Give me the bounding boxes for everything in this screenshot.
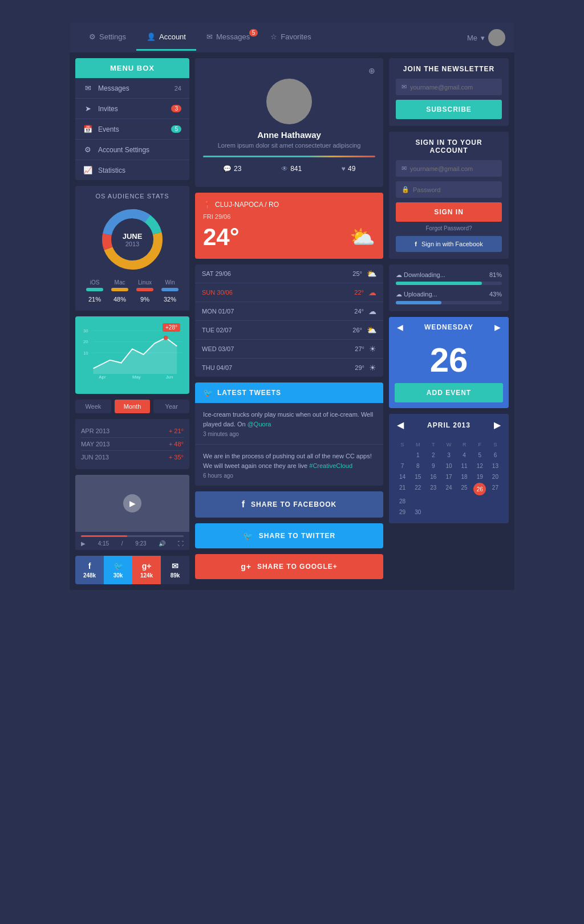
video-progress-bar[interactable] [81, 535, 184, 537]
signin-button[interactable]: SIGN IN [396, 202, 502, 222]
weather-location-text: CLUJ-NAPOCA / RO [215, 201, 279, 209]
mini-cal-day-6[interactable]: 6 [488, 450, 503, 461]
weather-thu-date: THU 04/07 [202, 364, 242, 371]
weather-forecast-list: SAT 29/06 25° ⛅ SUN 30/06 22° ☁ MON 01/0… [195, 264, 383, 377]
profile-avatar [266, 79, 312, 124]
weather-main-card: 📍 CLUJ-NAPOCA / RO FRI 29/06 24° ⛅ [195, 193, 383, 259]
add-event-button[interactable]: ADD EVENT [395, 383, 503, 402]
mini-cal-day-5[interactable]: 5 [472, 450, 488, 461]
mini-cal-day-1[interactable]: 1 [410, 450, 425, 461]
year-button[interactable]: Year [153, 400, 189, 413]
svg-marker-11 [94, 338, 177, 375]
download-label: Downloading... [404, 271, 445, 278]
nav-messages[interactable]: ✉ Messages 5 [196, 25, 260, 51]
month-button[interactable]: Month [115, 400, 151, 413]
mini-cal-day-11[interactable]: 11 [457, 461, 472, 471]
mini-cal-day-empty3 [425, 496, 441, 507]
subscribe-button[interactable]: SUBSCRIBE [396, 100, 502, 119]
mini-cal-prev-button[interactable]: ◀ [397, 420, 404, 430]
fullscreen-icon[interactable]: ⛶ [178, 540, 184, 547]
signin-title: SIGN IN TO YOUR ACCOUNT [396, 139, 502, 154]
os-linux-bar [136, 288, 153, 291]
mini-cal-grid: S M T W R F S 1 2 3 4 [389, 436, 509, 523]
mini-cal-day-20[interactable]: 20 [488, 471, 503, 482]
week-button[interactable]: Week [75, 400, 111, 413]
facebook-share-icon: f [242, 499, 245, 510]
mini-cal-day-16[interactable]: 16 [425, 471, 441, 482]
mini-cal-day-empty2 [410, 496, 425, 507]
mini-cal-day-28[interactable]: 28 [395, 496, 410, 507]
tweet-1-link[interactable]: @Quora [248, 421, 271, 428]
weather-wed-date: WED 03/07 [202, 345, 242, 352]
mini-cal-day-3[interactable]: 3 [441, 450, 456, 461]
tweet-item-2: We are in the process of pushing out all… [195, 445, 383, 486]
play-button[interactable]: ▶ [123, 494, 141, 512]
newsletter-email-input[interactable] [410, 84, 496, 91]
nav-account[interactable]: 👤 Account [136, 25, 196, 51]
statistics-icon: 📈 [83, 166, 92, 174]
volume-icon[interactable]: 🔊 [159, 540, 165, 547]
menu-item-statistics[interactable]: 📈 Statistics [75, 160, 189, 180]
newsletter-title: JOIN THE NEWSLETTER [396, 65, 502, 73]
calendar-next-button[interactable]: ▶ [494, 323, 501, 332]
mini-cal-day-24[interactable]: 24 [441, 482, 456, 496]
share-facebook-button[interactable]: f SHARE TO FACEBOOK [195, 491, 383, 518]
mini-cal-day-23[interactable]: 23 [425, 482, 441, 496]
mini-cal-day-26-today[interactable]: 26 [473, 483, 486, 495]
mini-cal-next-button[interactable]: ▶ [494, 420, 501, 430]
facebook-small-button[interactable]: f 248k [75, 556, 104, 584]
email-small-button[interactable]: ✉ 89k [161, 556, 189, 584]
mini-cal-header-s1: S [395, 439, 410, 450]
profile-options-icon[interactable]: ⊕ [203, 66, 375, 75]
googleplus-small-button[interactable]: g+ 124k [132, 556, 161, 584]
mini-cal-day-17[interactable]: 17 [441, 471, 456, 482]
tweet-2-link[interactable]: #CreativeCloud [309, 462, 352, 469]
nav-settings[interactable]: ⚙ Settings [79, 25, 136, 51]
menu-item-invites[interactable]: ➤ Invites 3 [75, 99, 189, 119]
calendar-prev-button[interactable]: ◀ [397, 323, 403, 332]
mini-cal-day-19[interactable]: 19 [472, 471, 488, 482]
nav-favorites-label: Favorites [281, 32, 311, 41]
mini-cal-day-10[interactable]: 10 [441, 461, 456, 471]
mini-cal-day-21[interactable]: 21 [395, 482, 410, 496]
mini-cal-day-8[interactable]: 8 [410, 461, 425, 471]
share-twitter-button[interactable]: 🐦 SHARE TO TWITTER [195, 523, 383, 548]
os-ios-pct: 21% [88, 296, 101, 303]
signin-password-input[interactable] [413, 186, 496, 193]
forgot-password-link[interactable]: Forgot Password? [396, 225, 502, 231]
mini-cal-day-9[interactable]: 9 [425, 461, 441, 471]
facebook-signin-button[interactable]: f Sign in with Facebook [396, 236, 502, 252]
settings-icon: ⚙ [89, 32, 96, 41]
calendar-big-box: ◀ WEDNESDAY ▶ 26 ADD EVENT [389, 317, 509, 408]
mini-cal-day-29[interactable]: 29 [395, 507, 410, 518]
mini-cal-day-18[interactable]: 18 [457, 471, 472, 482]
upload-label: Uploading... [404, 291, 437, 298]
mini-cal-day-14[interactable]: 14 [395, 471, 410, 482]
mini-cal-day-12[interactable]: 12 [472, 461, 488, 471]
profile-description: Lorem ipsum dolor sit amet consectetuer … [203, 142, 375, 149]
menu-item-events[interactable]: 📅 Events 5 [75, 119, 189, 140]
weather-temperature: 24° [203, 223, 240, 251]
mini-cal-day-22[interactable]: 22 [410, 482, 425, 496]
mini-cal-day-27[interactable]: 27 [488, 482, 503, 496]
mini-cal-day-30[interactable]: 30 [410, 507, 425, 518]
mini-cal-day-7[interactable]: 7 [395, 461, 410, 471]
googleplus-small-icon: g+ [135, 561, 159, 571]
signin-email-input[interactable] [410, 165, 496, 172]
nav-account-label: Account [159, 32, 186, 41]
twitter-small-button[interactable]: 🐦 30k [104, 556, 132, 584]
share-googleplus-button[interactable]: g+ SHARE TO GOOGLE+ [195, 554, 383, 579]
mini-cal-day-15[interactable]: 15 [410, 471, 425, 482]
avatar [488, 29, 505, 46]
mini-cal-day-2[interactable]: 2 [425, 450, 441, 461]
mini-cal-day-4[interactable]: 4 [457, 450, 472, 461]
profile-card: ⊕ Anne Hathaway Lorem ipsum dolor sit am… [195, 58, 383, 187]
menu-item-messages[interactable]: ✉ Messages 24 [75, 78, 189, 99]
nav-me[interactable]: Me ▾ [467, 29, 505, 46]
stats-jun-val: + 35° [169, 454, 184, 461]
menu-item-account-settings[interactable]: ⚙ Account Settings [75, 140, 189, 160]
play-icon-small[interactable]: ▶ [81, 540, 86, 547]
mini-cal-day-13[interactable]: 13 [488, 461, 503, 471]
mini-cal-day-25[interactable]: 25 [457, 482, 472, 496]
nav-favorites[interactable]: ☆ Favorites [260, 25, 321, 51]
